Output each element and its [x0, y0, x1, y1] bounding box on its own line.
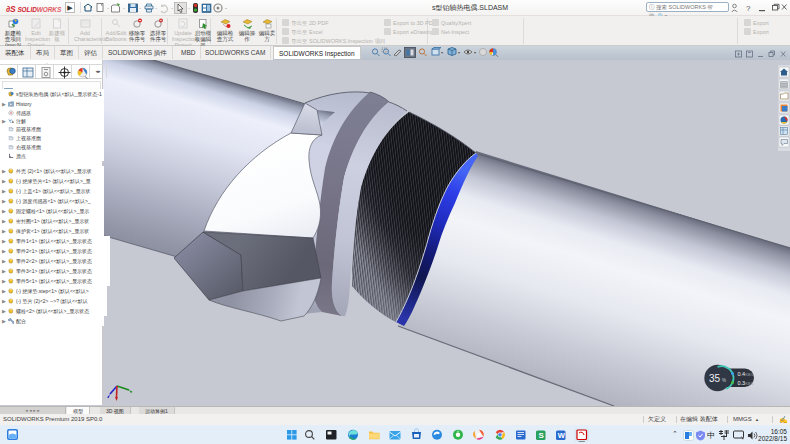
svg-text:-: - [155, 5, 157, 11]
svg-text:▾: ▾ [458, 50, 460, 55]
svg-text:-: - [139, 5, 141, 11]
svg-text:35: 35 [709, 373, 721, 384]
svg-text:-: - [171, 5, 173, 11]
svg-text:0.3KB/s: 0.3KB/s [738, 380, 754, 386]
svg-text:-: - [123, 5, 125, 11]
svg-text:-: - [188, 5, 190, 11]
svg-text:S: S [539, 431, 545, 440]
svg-text:0.4KB/s: 0.4KB/s [738, 371, 754, 377]
svg-text:%: % [722, 378, 726, 383]
svg-text:?: ? [746, 4, 751, 13]
svg-text:▾: ▾ [474, 50, 476, 55]
svg-text:-: - [107, 5, 109, 11]
svg-text:▾: ▾ [441, 50, 443, 55]
svg-text:W: W [558, 431, 566, 440]
svg-text:-: - [225, 5, 227, 11]
